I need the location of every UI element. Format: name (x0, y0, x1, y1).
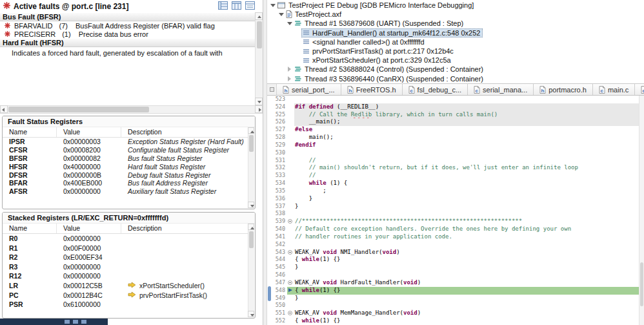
editor-tab[interactable]: cserial_mana... (468, 84, 534, 95)
scrollbar-thumb[interactable] (257, 21, 262, 48)
fold-collapse-icon[interactable] (288, 280, 292, 285)
code-line[interactable]: 529#endif (267, 142, 639, 149)
expand-closed-icon[interactable] (287, 66, 293, 72)
code-line[interactable]: 540// Default core exception handlers. O… (267, 225, 639, 233)
minimized-view-icon[interactable] (65, 320, 70, 324)
register-row[interactable]: R120x00000000 (3, 271, 255, 281)
scrollbar-thumb[interactable] (8, 107, 149, 112)
scroll-down-icon[interactable] (255, 98, 263, 105)
fault-area-horizontal-scrollbar[interactable] (0, 105, 263, 114)
register-row[interactable]: R30x00000000 (3, 262, 255, 272)
register-row[interactable]: R10x00F00000 (3, 244, 255, 253)
code-line[interactable]: 542 (267, 241, 639, 249)
scrollbar-thumb[interactable] (640, 262, 643, 306)
table-vertical-scrollbar[interactable] (248, 127, 254, 208)
code-line[interactable]: 544{ while(1) {} (267, 256, 639, 264)
code-line[interactable]: 527#else (267, 126, 639, 134)
fault-item[interactable]: PRECISERR(1)Precise data bus error (0, 30, 256, 38)
code-line[interactable]: 541// handler routines in your applicati… (267, 233, 639, 241)
debug-tree-row[interactable]: TestProject PE Debug [GDB PEMicro Interf… (267, 1, 644, 10)
scrollbar-thumb[interactable] (249, 135, 254, 152)
expand-open-icon[interactable] (278, 11, 285, 17)
code-line[interactable]: 532 // main() shouldn't return, but if i… (267, 164, 639, 172)
code-editor[interactable]: 523524#if defined (__REDLIB__)525 // Cal… (267, 96, 644, 325)
code-line[interactable]: 530 (267, 149, 639, 157)
editor-tab[interactable]: hportmacro.h (534, 84, 593, 95)
editor-tab[interactable]: hserial_port_... (277, 84, 341, 95)
layout-columns-icon[interactable] (232, 1, 241, 10)
code-line[interactable]: 538 (267, 210, 639, 218)
code-line[interactable]: 537} (267, 203, 639, 211)
editor-tab[interactable]: hFreeRTOS.h (341, 84, 403, 95)
code-line[interactable]: 548{ while(1) {} (267, 287, 639, 295)
minimized-view-bar[interactable] (0, 319, 108, 325)
minimized-view-icon[interactable] (81, 320, 86, 324)
register-row[interactable]: HFSR0x40000000Hard fault Status Register (3, 163, 255, 171)
register-row[interactable]: DFSR0x0000000BDebug fault Status Registe… (3, 171, 255, 180)
code-line[interactable]: 547WEAK_AV void HardFault_Handler(void) (267, 279, 639, 287)
code-line[interactable]: 545} (267, 264, 639, 271)
register-row[interactable]: PSR0x61000000 (3, 300, 255, 309)
fault-section-header[interactable]: Hard Fault (HFSR) (0, 38, 256, 47)
view-menu-icon[interactable] (245, 1, 255, 10)
expand-closed-icon[interactable] (287, 76, 293, 82)
fold-collapse-icon[interactable] (288, 311, 292, 315)
code-line[interactable]: 543WEAK_AV void NMI_Handler(void) (267, 249, 639, 257)
debug-tree-row[interactable]: Thread #1 536879608 (UART) (Suspended : … (267, 19, 644, 28)
code-line[interactable]: 531 // (267, 157, 639, 165)
code-line[interactable]: 523 (267, 96, 639, 103)
code-line[interactable]: 551WEAK_AV void MemManage_Handler(void) (267, 309, 639, 317)
fold-collapse-icon[interactable] (288, 250, 292, 255)
scroll-up-icon[interactable] (248, 127, 254, 134)
editor-tab[interactable]: cfsl_debug_c... (403, 84, 468, 95)
register-row[interactable]: PC0x00012B4CprvPortStartFirstTask() (3, 291, 255, 300)
scroll-up-icon[interactable] (248, 224, 254, 230)
register-row[interactable]: BFSR0x00000082Bus fault Status Register (3, 154, 255, 163)
register-row[interactable]: R20xE000EF34 (3, 253, 255, 262)
register-row[interactable]: BFAR0x400EB000Bus fault Address Register (3, 179, 255, 187)
debug-tree-row[interactable]: prvPortStartFirstTask() at port.c:217 0x… (267, 47, 644, 56)
fault-area-vertical-scrollbar[interactable] (255, 12, 263, 105)
registers-view-icon[interactable] (218, 1, 228, 10)
debug-tree-row[interactable]: Thread #2 536888024 (Control) (Suspended… (267, 65, 644, 74)
fault-item[interactable]: BFARVALID(7)BusFault Address Register (B… (0, 21, 256, 30)
code-line[interactable]: 524#if defined (__REDLIB__) (267, 103, 639, 111)
scroll-left-icon[interactable] (0, 105, 8, 113)
code-line[interactable]: 533 // (267, 172, 639, 180)
expand-open-icon[interactable] (270, 2, 276, 8)
code-line[interactable]: 546 (267, 271, 639, 279)
editor-tab[interactable]: cmain.c (593, 84, 635, 95)
register-row[interactable]: CFSR0x00008200Configurable fault Status … (3, 146, 255, 154)
code-line[interactable]: 534 while (1) { (267, 180, 639, 187)
register-row[interactable]: IPSR0x00000003Exception Status Register … (3, 138, 255, 146)
table-vertical-scrollbar[interactable] (248, 224, 254, 317)
editor-tab[interactable]: cappUart.c (635, 84, 644, 95)
debug-tree-row[interactable]: Thread #3 536896440 (CanRX) (Suspended :… (267, 74, 644, 83)
scroll-down-icon[interactable] (248, 311, 254, 317)
debug-tree-row[interactable]: <signal handler called>() at 0xfffffffd (267, 37, 644, 47)
code-line[interactable]: 549} (267, 295, 639, 302)
expand-open-icon[interactable] (287, 20, 293, 26)
code-line[interactable]: 550 (267, 302, 639, 309)
scrollbar-thumb[interactable] (249, 231, 254, 248)
code-line[interactable]: 536 } (267, 195, 639, 203)
debug-tree-row[interactable]: xPortStartScheduler() at port.c:329 0x12… (267, 56, 644, 65)
fold-collapse-icon[interactable] (288, 219, 292, 224)
code-line[interactable]: 525 // Call the Redlib library, which in… (267, 111, 639, 119)
code-line[interactable]: 552{ while(1) {} (267, 317, 639, 325)
scroll-right-icon[interactable] (255, 105, 263, 113)
minimized-view-icon[interactable] (73, 320, 78, 324)
editor-area-icon[interactable] (267, 84, 277, 95)
editor-vertical-scrollbar[interactable] (639, 96, 644, 325)
fault-section-header[interactable]: Bus Fault (BFSR) (0, 12, 256, 21)
register-row[interactable]: R00x00000000 (3, 234, 255, 244)
scroll-down-icon[interactable] (248, 202, 254, 208)
code-line[interactable]: 528 main(); (267, 134, 639, 142)
register-row[interactable]: AFSR0x00000000Auxiliary fault Status Reg… (3, 187, 255, 196)
code-line[interactable]: 535 ; (267, 187, 639, 195)
debug-tree-row[interactable]: HardFault_Handler() at startup_mk64f12.c… (267, 28, 644, 37)
code-line[interactable]: 539//***********************************… (267, 218, 639, 225)
scroll-up-icon[interactable] (255, 12, 263, 20)
code-line[interactable]: 526 __main(); (267, 118, 639, 126)
debug-tree-row[interactable]: TestProject.axf (267, 10, 644, 19)
